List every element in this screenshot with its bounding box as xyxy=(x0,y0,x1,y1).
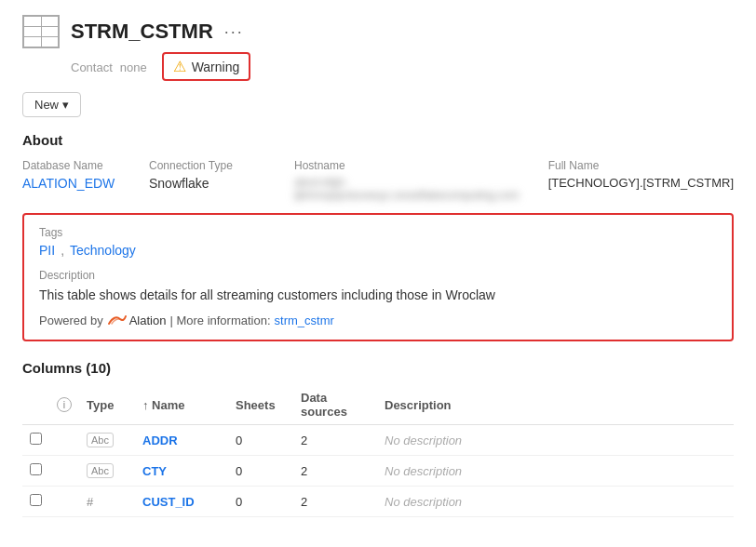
contact-label: Contact none xyxy=(71,60,147,74)
desc-label: Description xyxy=(39,269,717,282)
hostname-col: Hostname abcd-efgh-ijklmnopqrstuvwxyz.sn… xyxy=(294,159,533,202)
col-header-name[interactable]: ↑ Name xyxy=(135,385,228,425)
column-name-link[interactable]: CTY xyxy=(142,464,167,478)
page-title: STRM_CSTMR xyxy=(71,20,213,44)
row-type: Abc xyxy=(79,425,135,456)
no-description-text: No description xyxy=(385,495,462,509)
row-name: CUST_ID xyxy=(135,487,228,517)
type-hash-icon: # xyxy=(87,495,93,509)
col-header-info: i xyxy=(49,385,79,425)
row-info xyxy=(49,456,79,487)
row-type: # xyxy=(79,487,135,517)
columns-table: i Type ↑ Name Sheets Data sources xyxy=(22,385,734,517)
hostname-label: Hostname xyxy=(294,159,533,172)
powered-row: Powered by Alation | More information: s… xyxy=(39,313,717,328)
conn-type-value: Snowflake xyxy=(149,176,279,191)
row-info xyxy=(49,425,79,456)
tag-technology[interactable]: Technology xyxy=(70,243,136,258)
more-options-button[interactable]: ··· xyxy=(224,22,244,42)
col-header-description: Description xyxy=(377,385,734,425)
table-row: AbcADDR02No description xyxy=(22,425,734,456)
row-description: No description xyxy=(377,425,734,456)
conn-type-col: Connection Type Snowflake xyxy=(149,159,279,202)
table-row: AbcCTY02No description xyxy=(22,456,734,487)
row-description: No description xyxy=(377,456,734,487)
table-row: #CUST_ID02No description xyxy=(22,487,734,517)
col-header-checkbox xyxy=(22,385,49,425)
tags-label: Tags xyxy=(39,226,717,239)
row-type: Abc xyxy=(79,456,135,487)
row-datasources: 2 xyxy=(293,425,377,456)
hostname-value: abcd-efgh-ijklmnopqrstuvwxyz.snowflakeco… xyxy=(294,176,533,202)
info-box: Tags PII, Technology Description This ta… xyxy=(22,213,734,341)
desc-text: This table shows details for all streami… xyxy=(39,286,717,305)
db-name-value[interactable]: ALATION_EDW xyxy=(22,176,134,191)
row-sheets: 0 xyxy=(228,487,293,517)
row-info xyxy=(49,487,79,517)
warning-icon: ⚠ xyxy=(173,58,186,75)
col-header-sheets: Sheets xyxy=(228,385,293,425)
info-icon: i xyxy=(57,397,72,412)
new-button-label: New xyxy=(34,98,59,112)
about-grid: Database Name ALATION_EDW Connection Typ… xyxy=(22,159,734,202)
powered-prefix: Powered by xyxy=(39,314,103,327)
row-checkbox[interactable] xyxy=(30,433,42,445)
more-info-label: | More information: xyxy=(169,314,270,327)
fullname-col: Full Name [TECHNOLOGY].[STRM_CSTMR] xyxy=(548,159,734,202)
table-icon xyxy=(22,15,60,48)
column-name-link[interactable]: CUST_ID xyxy=(142,495,195,509)
row-name: ADDR xyxy=(135,425,228,456)
columns-title: Columns (10) xyxy=(22,360,734,376)
row-name: CTY xyxy=(135,456,228,487)
row-description: No description xyxy=(377,487,734,517)
col-header-type: Type xyxy=(79,385,135,425)
row-datasources: 2 xyxy=(293,456,377,487)
about-title: About xyxy=(22,132,734,148)
alation-icon xyxy=(107,313,128,328)
alation-name-text: Alation xyxy=(129,314,167,327)
new-button-chevron: ▾ xyxy=(62,98,69,112)
row-checkbox[interactable] xyxy=(30,463,42,475)
no-description-text: No description xyxy=(385,434,462,447)
about-section: About Database Name ALATION_EDW Connecti… xyxy=(22,132,734,341)
db-name-label: Database Name xyxy=(22,159,134,172)
warning-badge: ⚠ Warning xyxy=(162,52,251,81)
type-abc-badge: Abc xyxy=(87,433,114,447)
more-info-link[interactable]: strm_cstmr xyxy=(275,314,334,327)
no-description-text: No description xyxy=(385,464,462,478)
fullname-label: Full Name xyxy=(548,159,734,172)
fullname-value: [TECHNOLOGY].[STRM_CSTMR] xyxy=(548,176,734,190)
warning-label: Warning xyxy=(192,60,240,74)
alation-logo: Alation xyxy=(107,313,167,328)
row-sheets: 0 xyxy=(228,425,293,456)
row-sheets: 0 xyxy=(228,456,293,487)
conn-type-label: Connection Type xyxy=(149,159,279,172)
tag-pii[interactable]: PII xyxy=(39,243,55,258)
db-name-col: Database Name ALATION_EDW xyxy=(22,159,134,202)
column-name-link[interactable]: ADDR xyxy=(142,434,178,447)
col-header-datasources: Data sources xyxy=(293,385,377,425)
row-checkbox[interactable] xyxy=(30,494,42,506)
tags-row: PII, Technology xyxy=(39,243,717,258)
type-abc-badge: Abc xyxy=(87,463,114,478)
row-datasources: 2 xyxy=(293,487,377,517)
columns-section: Columns (10) i Type ↑ Name Sheets xyxy=(22,360,734,517)
new-button[interactable]: New ▾ xyxy=(22,92,81,117)
